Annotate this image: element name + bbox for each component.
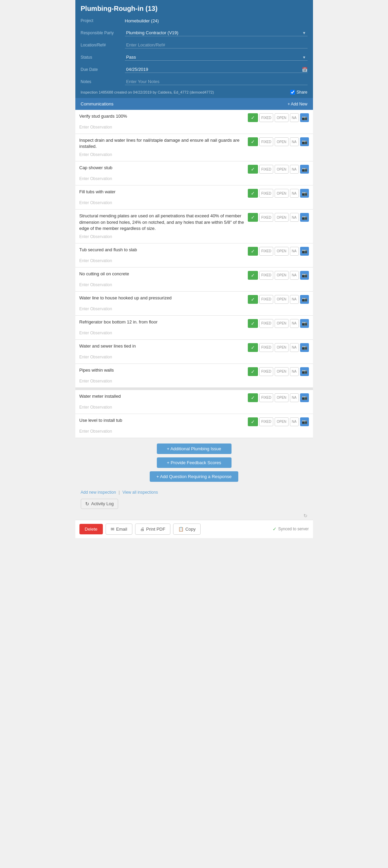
pass-button[interactable]: ✓ bbox=[248, 271, 258, 280]
status-na-button[interactable]: NA bbox=[290, 271, 299, 280]
observation-input[interactable] bbox=[79, 175, 309, 182]
status-na-button[interactable]: NA bbox=[290, 417, 299, 426]
observation-input[interactable] bbox=[79, 281, 309, 289]
pass-button[interactable]: ✓ bbox=[248, 113, 258, 122]
camera-button[interactable]: 📷 bbox=[300, 213, 309, 222]
status-open-button[interactable]: OPEN bbox=[275, 213, 288, 222]
status-fixed-button[interactable]: FIXED bbox=[259, 343, 273, 352]
pass-button[interactable]: ✓ bbox=[248, 137, 258, 146]
observation-input[interactable] bbox=[79, 257, 309, 264]
status-open-button[interactable]: OPEN bbox=[275, 343, 288, 352]
camera-button[interactable]: 📷 bbox=[300, 367, 309, 376]
status-open-button[interactable]: OPEN bbox=[275, 113, 288, 122]
status-open-button[interactable]: OPEN bbox=[275, 295, 288, 304]
activity-log-button[interactable]: ↻ Activity Log bbox=[81, 499, 118, 509]
status-open-button[interactable]: OPEN bbox=[275, 319, 288, 328]
status-open-button[interactable]: OPEN bbox=[275, 367, 288, 376]
status-fixed-button[interactable]: FIXED bbox=[259, 189, 273, 198]
status-na-button[interactable]: NA bbox=[290, 319, 299, 328]
camera-button[interactable]: 📷 bbox=[300, 295, 309, 304]
status-fixed-button[interactable]: FIXED bbox=[259, 319, 273, 328]
status-open-button[interactable]: OPEN bbox=[275, 165, 288, 174]
status-fixed-button[interactable]: FIXED bbox=[259, 295, 273, 304]
email-button[interactable]: ✉ Email bbox=[106, 524, 132, 535]
pass-button[interactable]: ✓ bbox=[248, 367, 258, 376]
camera-button[interactable]: 📷 bbox=[300, 113, 309, 122]
camera-button[interactable]: 📷 bbox=[300, 137, 309, 146]
print-pdf-button[interactable]: 🖨 Print PDF bbox=[135, 524, 170, 535]
pass-button[interactable]: ✓ bbox=[248, 247, 258, 256]
camera-button[interactable]: 📷 bbox=[300, 165, 309, 174]
status-na-button[interactable]: NA bbox=[290, 189, 299, 198]
observation-input[interactable] bbox=[79, 377, 309, 385]
status-na-button[interactable]: NA bbox=[290, 113, 299, 122]
feedback-scores-button[interactable]: + Provide Feedback Scores bbox=[157, 457, 232, 468]
camera-button[interactable]: 📷 bbox=[300, 343, 309, 352]
location-label: Location/Ref# bbox=[81, 43, 125, 47]
status-na-button[interactable]: NA bbox=[290, 393, 299, 402]
copy-button[interactable]: 📋 Copy bbox=[173, 524, 201, 535]
add-new-button[interactable]: + Add New bbox=[288, 102, 307, 106]
observation-input[interactable] bbox=[79, 428, 309, 435]
status-open-button[interactable]: OPEN bbox=[275, 189, 288, 198]
status-na-button[interactable]: NA bbox=[290, 137, 299, 146]
pass-button[interactable]: ✓ bbox=[248, 417, 258, 426]
delete-button[interactable]: Delete bbox=[79, 524, 103, 534]
status-fixed-button[interactable]: FIXED bbox=[259, 113, 273, 122]
additional-issue-button[interactable]: + Additional Plumbing Issue bbox=[157, 443, 232, 454]
observation-input[interactable] bbox=[79, 199, 309, 206]
status-fixed-button[interactable]: FIXED bbox=[259, 247, 273, 256]
status-fixed-button[interactable]: FIXED bbox=[259, 137, 273, 146]
pass-button[interactable]: ✓ bbox=[248, 393, 258, 402]
status-select[interactable]: Pass Fail Incomplete bbox=[125, 54, 308, 61]
add-question-button[interactable]: + Add Question Requiring a Response bbox=[150, 471, 239, 482]
notes-input[interactable] bbox=[125, 78, 308, 85]
view-all-inspections-link[interactable]: View all inspections bbox=[123, 490, 158, 495]
status-open-button[interactable]: OPEN bbox=[275, 137, 288, 146]
observation-input[interactable] bbox=[79, 329, 309, 337]
share-checkbox[interactable] bbox=[290, 90, 295, 95]
add-inspection-link[interactable]: Add new inspection bbox=[81, 490, 116, 495]
print-icon: 🖨 bbox=[140, 527, 145, 532]
status-fixed-button[interactable]: FIXED bbox=[259, 417, 273, 426]
pass-button[interactable]: ✓ bbox=[248, 189, 258, 198]
status-na-button[interactable]: NA bbox=[290, 213, 299, 222]
status-na-button[interactable]: NA bbox=[290, 295, 299, 304]
status-na-button[interactable]: NA bbox=[290, 165, 299, 174]
item-text: Cap shower stub bbox=[79, 165, 245, 171]
status-open-button[interactable]: OPEN bbox=[275, 271, 288, 280]
observation-input[interactable] bbox=[79, 353, 309, 361]
pass-button[interactable]: ✓ bbox=[248, 343, 258, 352]
status-fixed-button[interactable]: FIXED bbox=[259, 393, 273, 402]
camera-button[interactable]: 📷 bbox=[300, 247, 309, 256]
camera-button[interactable]: 📷 bbox=[300, 319, 309, 328]
status-fixed-button[interactable]: FIXED bbox=[259, 165, 273, 174]
status-na-button[interactable]: NA bbox=[290, 367, 299, 376]
observation-input[interactable] bbox=[79, 233, 309, 240]
pass-button[interactable]: ✓ bbox=[248, 165, 258, 174]
responsible-party-select[interactable]: Plumbing Contractor (V19) bbox=[125, 29, 308, 36]
sync-status: ✓ Synced to server bbox=[273, 526, 309, 532]
status-na-button[interactable]: NA bbox=[290, 247, 299, 256]
pass-button[interactable]: ✓ bbox=[248, 213, 258, 222]
observation-input[interactable] bbox=[79, 403, 309, 411]
pass-button[interactable]: ✓ bbox=[248, 295, 258, 304]
observation-input[interactable] bbox=[79, 151, 309, 158]
status-fixed-button[interactable]: FIXED bbox=[259, 271, 273, 280]
status-open-button[interactable]: OPEN bbox=[275, 247, 288, 256]
status-open-button[interactable]: OPEN bbox=[275, 417, 288, 426]
camera-button[interactable]: 📷 bbox=[300, 417, 309, 426]
camera-button[interactable]: 📷 bbox=[300, 189, 309, 198]
status-fixed-button[interactable]: FIXED bbox=[259, 213, 273, 222]
observation-input[interactable] bbox=[79, 305, 309, 313]
camera-button[interactable]: 📷 bbox=[300, 393, 309, 402]
status-fixed-button[interactable]: FIXED bbox=[259, 367, 273, 376]
due-date-input[interactable] bbox=[125, 66, 302, 73]
pass-button[interactable]: ✓ bbox=[248, 319, 258, 328]
camera-button[interactable]: 📷 bbox=[300, 271, 309, 280]
observation-input[interactable] bbox=[79, 123, 309, 131]
sync-row: ↻ bbox=[75, 512, 313, 520]
status-na-button[interactable]: NA bbox=[290, 343, 299, 352]
status-open-button[interactable]: OPEN bbox=[275, 393, 288, 402]
location-input[interactable] bbox=[125, 42, 308, 48]
